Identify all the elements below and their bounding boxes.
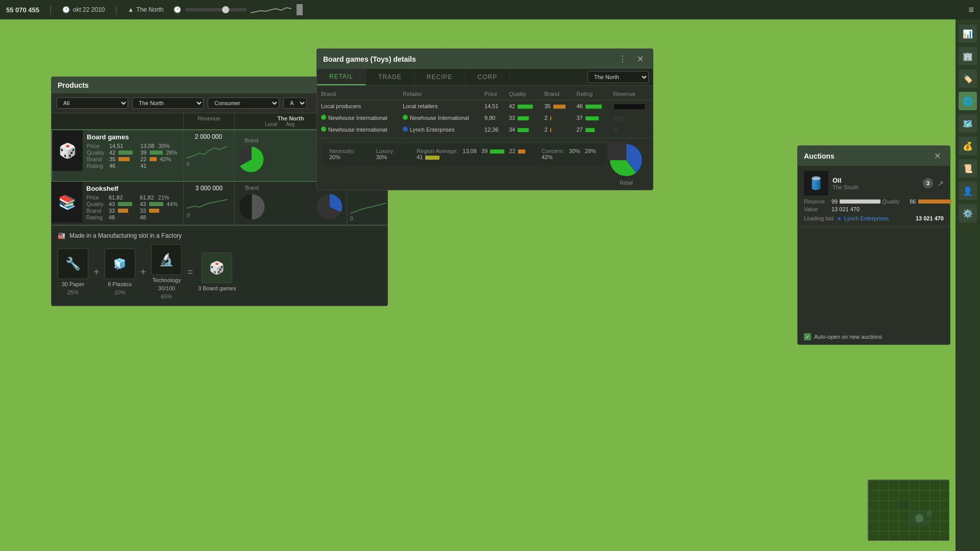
bookshelf-rev-max: 3 000 000 [187, 185, 231, 192]
td-revenue-newhouse2 [609, 124, 653, 136]
manufacturing-recipe-row: 🔧 30 Paper 25% + 🧊 8 Plastics 10% + 🔬 Te… [58, 244, 381, 299]
svg-point-7 [927, 511, 932, 516]
sidebar-icon-globe[interactable]: 🌐 [959, 92, 977, 110]
speed-controls: 🕐 [174, 4, 958, 16]
product-name-bookshelf: Bookshelf [86, 185, 179, 192]
auctions-header: Auctions ✕ [798, 146, 950, 166]
brand-pie-chart [237, 145, 265, 173]
product-img-bookshelf: 📚 [52, 182, 82, 222]
manufacturing-title: 🏭 Made in a Manufacturing slot in a Fact… [58, 232, 381, 239]
sidebar-icon-dollar[interactable]: 💰 [959, 137, 977, 155]
table-row-newhouse2[interactable]: Newhouse International Lynch Enterprises… [317, 124, 653, 136]
auctions-empty-space [798, 227, 950, 329]
speed-bar [297, 4, 303, 15]
plus-icon-1: + [91, 266, 102, 278]
auto-open-checkbox[interactable]: ✓ [804, 333, 811, 340]
avg-col-header: Avg [286, 121, 306, 127]
date-display: 🕐 okt 22 2010 [62, 6, 105, 13]
speed-track[interactable] [185, 8, 247, 11]
tab-corp[interactable]: CORP [465, 69, 510, 85]
detail-close-button[interactable]: ✕ [634, 53, 647, 65]
detail-panel-header: Board games (Toys) details ⋮ ✕ [317, 49, 653, 69]
footer-concern: Concern: 30% 28% 42% [542, 148, 600, 160]
sidebar-icon-tag[interactable]: 🏷️ [959, 69, 977, 88]
tab-retail[interactable]: RETAIL [317, 69, 366, 85]
detail-pie-label: Retail [620, 180, 633, 186]
output-icon: 🎲 [202, 253, 232, 283]
auctions-footer: ✓ Auto-open on new auctions [798, 329, 950, 344]
td-retailer-lynch: Lynch Enterprises [399, 124, 480, 136]
table-row-local[interactable]: Local producers Local retailers 14,51 42… [317, 101, 653, 112]
manufacturing-section: 🏭 Made in a Manufacturing slot in a Fact… [52, 225, 387, 306]
region-select[interactable]: The North [587, 71, 649, 83]
td-quality-newhouse1: 33 [505, 112, 541, 124]
sidebar-icon-map[interactable]: 🗺️ [959, 114, 977, 133]
detail-retail-pie [608, 142, 644, 178]
bookshelf-graph-zero: 0 [350, 216, 384, 221]
th-quality: Quality [505, 88, 541, 101]
detail-table: Brand Retailer Price Quality Brand Ratin… [317, 88, 653, 136]
menu-button[interactable]: ≡ [968, 5, 974, 15]
filter-extra-select[interactable]: A [283, 97, 307, 109]
minimap[interactable] [868, 480, 949, 541]
revenue-graph-mini [251, 4, 291, 16]
mfg-item-output: 🎲 3 Board games [198, 253, 236, 291]
footer-necessity: Necessity: 20% [329, 148, 364, 160]
auctions-close-button[interactable]: ✕ [931, 150, 944, 162]
td-rating-newhouse1: 37 [572, 112, 609, 124]
speed-thumb[interactable] [222, 6, 229, 13]
filter-region-select[interactable]: The North [132, 97, 204, 109]
auction-oil-stats: Reserve 99 Quality 86 Value 13 021 470 [804, 198, 944, 212]
tab-recipe[interactable]: RECIPE [414, 69, 465, 85]
clock2-icon: 🕐 [174, 6, 181, 13]
table-row-newhouse1[interactable]: Newhouse International Newhouse Internat… [317, 112, 653, 124]
td-quality-newhouse2: 34 [505, 124, 541, 136]
td-revenue-local [609, 101, 653, 112]
minimap-inner [868, 480, 949, 540]
th-retailer: Retailer [399, 88, 480, 101]
detail-panel-title: Board games (Toys) details [323, 55, 416, 63]
filter-all-select[interactable]: All [57, 97, 128, 109]
th-price: Price [480, 88, 505, 101]
revenue-col-header: Revenue [198, 115, 220, 121]
td-price-local: 14,51 [480, 101, 505, 112]
detail-panel-actions: ⋮ ✕ [616, 53, 647, 65]
plus-icon-2: + [138, 266, 149, 278]
th-brand-val: Brand [540, 88, 572, 101]
technology-icon: 🔬 [151, 244, 182, 275]
location-display: ▲ The North [128, 6, 163, 13]
auction-badge: 3 [923, 178, 933, 188]
sidebar-icon-building[interactable]: 🏢 [959, 47, 977, 65]
detail-pie-wrap: Retail [606, 142, 647, 186]
sidebar-icon-settings[interactable]: ⚙️ [959, 204, 977, 222]
plastics-icon: 🧊 [105, 248, 135, 279]
sidebar-icon-chart[interactable]: 📊 [959, 24, 977, 43]
filter-consumer-select[interactable]: Consumer [208, 97, 279, 109]
td-brand-newhouse1: Newhouse International [317, 112, 399, 124]
tab-trade[interactable]: TRADE [366, 69, 414, 85]
product-name-boardgames: Board games [87, 133, 179, 141]
auto-open-checkbox-wrap[interactable]: ✓ Auto-open on new auctions [804, 333, 882, 340]
td-retailer-local: Local retailers [399, 101, 480, 112]
detail-footer: Necessity: 20% Luxury: 30% Region Averag… [323, 142, 606, 165]
right-sidebar: 📊 🏢 🏷️ 🌐 🗺️ 💰 📜 👤 ⚙️ [955, 19, 980, 551]
bookshelf-rev-chart [187, 192, 228, 212]
sidebar-icon-person[interactable]: 👤 [959, 182, 977, 200]
td-brand-local: Local producers [317, 101, 399, 112]
detail-table-wrap: Brand Retailer Price Quality Brand Ratin… [317, 86, 653, 138]
mountain-icon: ▲ [128, 6, 134, 13]
td-quality-local: 42 [505, 101, 541, 112]
paper-icon: 🔧 [58, 248, 88, 279]
detail-footer-row: Necessity: 20% Luxury: 30% Region Averag… [317, 138, 653, 190]
sidebar-icon-scroll[interactable]: 📜 [959, 159, 977, 178]
bookshelf-brand-pie [238, 193, 266, 221]
mfg-item-plastics: 🧊 8 Plastics 10% [105, 248, 135, 295]
detail-more-button[interactable]: ⋮ [616, 53, 630, 65]
td-price-newhouse2: 12,36 [480, 124, 505, 136]
auction-item-oil: 🛢️ Oil The South 3 ↗ Reserve 99 Quality … [798, 166, 950, 227]
boardgames-rev-zero: 0 [186, 161, 231, 167]
td-brand-newhouse2: 2 [540, 124, 572, 136]
auction-oil-name: Oil [832, 177, 919, 184]
local-col-header: Local [265, 121, 285, 127]
bookshelf-rev-zero: 0 [187, 212, 231, 218]
